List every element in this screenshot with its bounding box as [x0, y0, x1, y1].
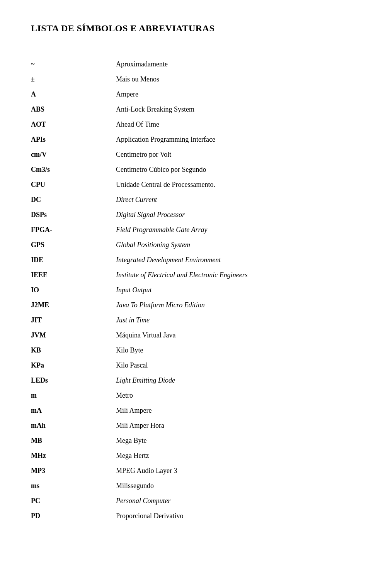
abbreviation-definition: Global Positioning System — [116, 237, 340, 252]
abbreviation-definition: Centímetro por Volt — [116, 147, 340, 162]
abbreviation-symbol: PD — [31, 508, 116, 524]
abbreviation-symbol: Cm3/s — [31, 162, 116, 177]
abbreviation-table: ~Aproximadamente±Mais ou MenosAAmpereABS… — [31, 57, 340, 524]
abbreviation-definition: Centímetro Cúbico por Segundo — [116, 162, 340, 177]
abbreviation-definition: Direct Current — [116, 192, 340, 207]
abbreviation-symbol: MP3 — [31, 463, 116, 478]
abbreviation-definition: Java To Platform Micro Edition — [116, 298, 340, 313]
list-item: PDProporcional Derivativo — [31, 508, 340, 524]
list-item: JVMMáquina Virtual Java — [31, 328, 340, 343]
abbreviation-symbol: A — [31, 87, 116, 102]
abbreviation-symbol: JVM — [31, 328, 116, 343]
list-item: mMetro — [31, 388, 340, 403]
abbreviation-definition: Anti-Lock Breaking System — [116, 102, 340, 117]
abbreviation-definition: Máquina Virtual Java — [116, 328, 340, 343]
abbreviation-definition: Mega Hertz — [116, 448, 340, 463]
list-item: MHzMega Hertz — [31, 448, 340, 463]
abbreviation-symbol: IO — [31, 283, 116, 298]
abbreviation-definition: Ampere — [116, 87, 340, 102]
abbreviation-definition: Field Programmable Gate Array — [116, 222, 340, 237]
list-item: J2MEJava To Platform Micro Edition — [31, 298, 340, 313]
abbreviation-definition: Just in Time — [116, 313, 340, 328]
abbreviation-symbol: LEDs — [31, 373, 116, 388]
abbreviation-symbol: cm/V — [31, 147, 116, 162]
list-item: ~Aproximadamente — [31, 57, 340, 72]
abbreviation-definition: Mili Amper Hora — [116, 418, 340, 433]
abbreviation-definition: Kilo Pascal — [116, 358, 340, 373]
list-item: AOTAhead Of Time — [31, 117, 340, 132]
page-title: LISTA DE SÍMBOLOS E ABREVIATURAS — [31, 23, 340, 34]
list-item: KPaKilo Pascal — [31, 358, 340, 373]
list-item: Cm3/sCentímetro Cúbico por Segundo — [31, 162, 340, 177]
abbreviation-definition: Proporcional Derivativo — [116, 508, 340, 524]
list-item: CPUUnidade Central de Processamento. — [31, 177, 340, 192]
abbreviation-definition: Personal Computer — [116, 493, 340, 508]
list-item: DCDirect Current — [31, 192, 340, 207]
list-item: IEEEInstitute of Electrical and Electron… — [31, 268, 340, 283]
abbreviation-symbol: DC — [31, 192, 116, 207]
list-item: APIsApplication Programming Interface — [31, 132, 340, 147]
abbreviation-symbol: ± — [31, 72, 116, 87]
abbreviation-definition: Mili Ampere — [116, 403, 340, 418]
abbreviation-symbol: IDE — [31, 252, 116, 268]
abbreviation-symbol: mA — [31, 403, 116, 418]
abbreviation-symbol: KPa — [31, 358, 116, 373]
abbreviation-definition: Milissegundo — [116, 478, 340, 493]
abbreviation-definition: Input Output — [116, 283, 340, 298]
abbreviation-definition: Digital Signal Processor — [116, 207, 340, 222]
abbreviation-definition: Integrated Development Environment — [116, 252, 340, 268]
abbreviation-definition: Mega Byte — [116, 433, 340, 448]
list-item: MBMega Byte — [31, 433, 340, 448]
abbreviation-definition: Metro — [116, 388, 340, 403]
abbreviation-symbol: CPU — [31, 177, 116, 192]
list-item: MP3MPEG Audio Layer 3 — [31, 463, 340, 478]
abbreviation-symbol: AOT — [31, 117, 116, 132]
list-item: mAMili Ampere — [31, 403, 340, 418]
abbreviation-symbol: DSPs — [31, 207, 116, 222]
list-item: cm/VCentímetro por Volt — [31, 147, 340, 162]
abbreviation-definition: Kilo Byte — [116, 343, 340, 358]
abbreviation-symbol: m — [31, 388, 116, 403]
list-item: ABSAnti-Lock Breaking System — [31, 102, 340, 117]
list-item: PCPersonal Computer — [31, 493, 340, 508]
abbreviation-definition: Light Emitting Diode — [116, 373, 340, 388]
list-item: LEDsLight Emitting Diode — [31, 373, 340, 388]
abbreviation-symbol: APIs — [31, 132, 116, 147]
abbreviation-definition: Mais ou Menos — [116, 72, 340, 87]
list-item: GPSGlobal Positioning System — [31, 237, 340, 252]
abbreviation-symbol: MB — [31, 433, 116, 448]
abbreviation-symbol: GPS — [31, 237, 116, 252]
abbreviation-symbol: KB — [31, 343, 116, 358]
list-item: IOInput Output — [31, 283, 340, 298]
list-item: ±Mais ou Menos — [31, 72, 340, 87]
list-item: KBKilo Byte — [31, 343, 340, 358]
abbreviation-symbol: mAh — [31, 418, 116, 433]
abbreviation-symbol: ABS — [31, 102, 116, 117]
abbreviation-symbol: J2ME — [31, 298, 116, 313]
abbreviation-symbol: PC — [31, 493, 116, 508]
abbreviation-symbol: JIT — [31, 313, 116, 328]
list-item: mAhMili Amper Hora — [31, 418, 340, 433]
abbreviation-definition: MPEG Audio Layer 3 — [116, 463, 340, 478]
abbreviation-definition: Ahead Of Time — [116, 117, 340, 132]
list-item: DSPsDigital Signal Processor — [31, 207, 340, 222]
abbreviation-symbol: ms — [31, 478, 116, 493]
abbreviation-symbol: MHz — [31, 448, 116, 463]
abbreviation-definition: Aproximadamente — [116, 57, 340, 72]
abbreviation-definition: Institute of Electrical and Electronic E… — [116, 268, 340, 283]
abbreviation-symbol: ~ — [31, 57, 116, 72]
abbreviation-symbol: IEEE — [31, 268, 116, 283]
list-item: IDEIntegrated Development Environment — [31, 252, 340, 268]
abbreviation-definition: Unidade Central de Processamento. — [116, 177, 340, 192]
list-item: msMilissegundo — [31, 478, 340, 493]
list-item: JITJust in Time — [31, 313, 340, 328]
abbreviation-symbol: FPGA- — [31, 222, 116, 237]
abbreviation-definition: Application Programming Interface — [116, 132, 340, 147]
list-item: FPGA-Field Programmable Gate Array — [31, 222, 340, 237]
list-item: AAmpere — [31, 87, 340, 102]
